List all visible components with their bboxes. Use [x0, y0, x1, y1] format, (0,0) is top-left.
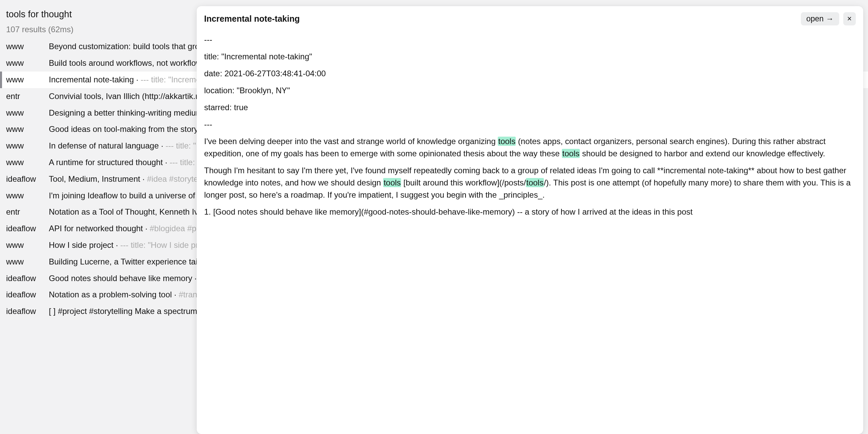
result-title: Notation as a Tool of Thought, Kenneth I… [49, 207, 219, 216]
result-title: Designing a better thinking-writing medi… [49, 108, 203, 117]
preview-panel: Incremental note-taking open → × --- tit… [197, 6, 863, 434]
result-source: www [6, 73, 49, 87]
close-button[interactable]: × [843, 12, 856, 25]
frontmatter-starred: starred: true [204, 101, 856, 114]
result-source: entr [6, 90, 49, 103]
highlight: tools [498, 137, 516, 146]
result-title: API for networked thought [49, 224, 143, 233]
frontmatter-date: date: 2021-06-27T03:48:41-04:00 [204, 67, 856, 80]
result-title: In defense of natural language [49, 141, 159, 150]
result-title: Good notes should behave like memory [49, 274, 192, 283]
frontmatter-sep: --- [204, 34, 856, 46]
result-title: A runtime for structured thought [49, 158, 163, 167]
result-source: www [6, 156, 49, 170]
result-source: www [6, 255, 49, 269]
frontmatter-title: title: "Incremental note-taking" [204, 51, 856, 63]
preview-body: --- title: "Incremental note-taking" dat… [197, 27, 863, 230]
result-source: ideaflow [6, 272, 49, 285]
result-body: Designing a better thinking-writing medi… [49, 106, 222, 120]
result-body: Tool, Medium, Instrument · #idea #storyt… [49, 172, 219, 186]
result-source: ideaflow [6, 288, 49, 302]
result-title: Beyond customization: build tools that g… [49, 42, 222, 51]
result-title: Incremental note-taking [49, 75, 134, 84]
result-source: www [6, 106, 49, 120]
preview-title: Incremental note-taking [204, 13, 801, 25]
result-source: www [6, 40, 49, 54]
preview-paragraph: 1. [Good notes should behave like memory… [204, 206, 856, 218]
result-source: ideaflow [6, 304, 49, 318]
highlight: tools [526, 178, 544, 187]
preview-header: Incremental note-taking open → × [197, 6, 863, 27]
result-source: ideaflow [6, 172, 49, 186]
result-body: A runtime for structured thought · --- t… [49, 156, 221, 170]
highlight: tools [383, 178, 401, 187]
result-body: Beyond customization: build tools that g… [49, 40, 222, 54]
result-source: www [6, 122, 49, 136]
result-source: www [6, 189, 49, 203]
highlight: tools [562, 149, 580, 158]
result-title: Notation as a problem-solving tool [49, 290, 172, 299]
open-button[interactable]: open → [801, 12, 839, 25]
preview-paragraph: Though I'm hesitant to say I'm there yet… [204, 164, 856, 201]
result-title: Tool, Medium, Instrument [49, 174, 140, 183]
result-body: How I side project · --- title: "How I s… [49, 238, 218, 252]
preview-paragraph: I've been delving deeper into the vast a… [204, 135, 856, 160]
result-source: www [6, 56, 49, 70]
frontmatter-sep: --- [204, 118, 856, 131]
frontmatter-location: location: "Brooklyn, NY" [204, 84, 856, 97]
result-source: ideaflow [6, 222, 49, 236]
result-source: entr [6, 205, 49, 219]
result-source: www [6, 238, 49, 252]
result-source: www [6, 139, 49, 153]
result-body: Incremental note-taking · --- title: "In… [49, 73, 220, 87]
result-title: How I side project [49, 240, 114, 250]
